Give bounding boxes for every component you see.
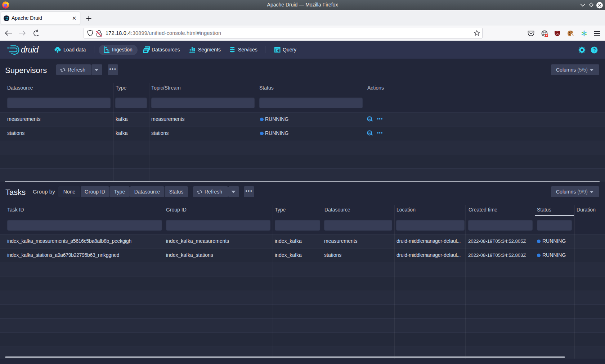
svg-text:UO: UO (556, 32, 559, 35)
svg-text:?: ? (593, 47, 596, 53)
